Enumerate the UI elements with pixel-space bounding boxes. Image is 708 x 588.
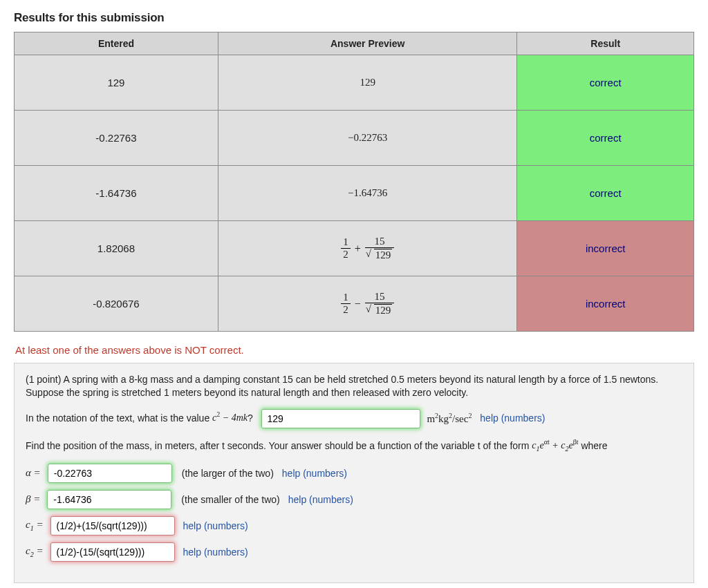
preview-cell: 129 [218, 55, 517, 111]
beta-label: β = [26, 493, 40, 505]
c2-label: c2 = [26, 545, 44, 558]
c1-row: c1 = help (numbers) [26, 516, 682, 535]
beta-aux: (the smaller of the two) [181, 494, 279, 505]
entered-cell: -1.64736 [15, 166, 218, 221]
table-row: -1.64736−1.64736correct [15, 166, 694, 221]
input-c2[interactable] [50, 542, 175, 562]
entered-cell: -0.22763 [15, 111, 218, 166]
alpha-aux: (the larger of the two) [182, 468, 274, 479]
preview-cell: −0.22763 [218, 111, 517, 166]
problem-box: (1 point) A spring with a 8-kg mass and … [14, 363, 694, 583]
c2-row: c2 = help (numbers) [26, 542, 682, 562]
alpha-label: α = [26, 467, 41, 479]
input-alpha[interactable] [48, 464, 172, 483]
preview-cell: 12+15129 [218, 221, 517, 276]
results-table: Entered Answer Preview Result 129129corr… [14, 32, 694, 332]
table-row: 129129correct [15, 55, 694, 111]
problem-intro: (1 point) A spring with a 8-kg mass and … [26, 373, 682, 399]
help-link[interactable]: help (numbers) [480, 412, 545, 424]
alpha-row: α = (the larger of the two) help (number… [26, 464, 682, 483]
col-entered: Entered [15, 32, 218, 55]
help-link[interactable]: help (numbers) [282, 468, 347, 479]
question-2: Find the position of the mass, in meters… [26, 438, 682, 454]
result-cell: correct [517, 166, 694, 221]
col-result: Result [517, 32, 694, 55]
question-1: In the notation of the text, what is the… [26, 409, 682, 428]
result-cell: correct [517, 111, 694, 166]
input-c2-4mk[interactable] [261, 409, 420, 428]
page-title: Results for this submission [14, 11, 694, 25]
entered-cell: 129 [15, 55, 218, 111]
preview-cell: 12−15129 [218, 276, 517, 332]
help-link[interactable]: help (numbers) [183, 520, 248, 531]
help-link[interactable]: help (numbers) [288, 494, 353, 505]
entered-cell: -0.820676 [15, 276, 218, 332]
units-label: m2kg2/sec2 [427, 413, 472, 424]
c1-label: c1 = [26, 519, 44, 532]
result-cell: correct [517, 55, 694, 111]
input-beta[interactable] [47, 490, 171, 509]
help-link[interactable]: help (numbers) [183, 547, 248, 558]
entered-cell: 1.82068 [15, 221, 218, 276]
result-cell: incorrect [517, 276, 694, 332]
result-cell: incorrect [517, 221, 694, 276]
input-c1[interactable] [50, 516, 175, 535]
preview-cell: −1.64736 [218, 166, 517, 221]
table-row: 1.8206812+15129incorrect [15, 221, 694, 276]
table-row: -0.22763−0.22763correct [15, 111, 694, 166]
col-preview: Answer Preview [218, 32, 517, 55]
table-row: -0.82067612−15129incorrect [15, 276, 694, 332]
beta-row: β = (the smaller of the two) help (numbe… [26, 490, 682, 509]
warning-text: At least one of the answers above is NOT… [15, 344, 694, 356]
